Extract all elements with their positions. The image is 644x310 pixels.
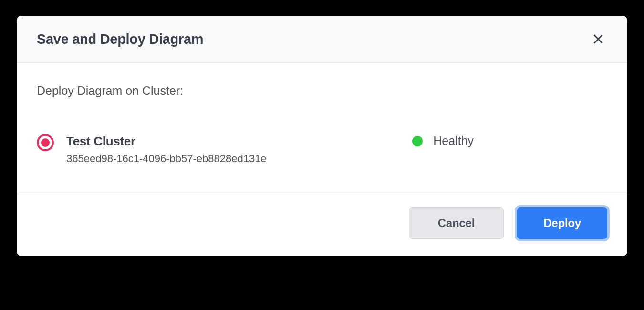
deploy-prompt: Deploy Diagram on Cluster: xyxy=(37,84,607,98)
deploy-button[interactable]: Deploy xyxy=(517,207,607,239)
close-icon xyxy=(592,33,604,45)
cancel-button[interactable]: Cancel xyxy=(409,207,504,239)
modal-footer: Cancel Deploy xyxy=(17,194,627,256)
modal-header: Save and Deploy Diagram xyxy=(17,16,627,63)
save-deploy-modal: Save and Deploy Diagram Deploy Diagram o… xyxy=(17,16,627,256)
radio-selected-icon xyxy=(37,134,54,151)
status-dot-icon xyxy=(412,136,423,146)
cluster-status: Healthy xyxy=(412,134,474,148)
status-label: Healthy xyxy=(433,134,474,148)
cluster-radio[interactable] xyxy=(37,134,54,151)
cluster-name: Test Cluster xyxy=(66,134,400,149)
modal-body: Deploy Diagram on Cluster: Test Cluster … xyxy=(17,63,627,194)
close-button[interactable] xyxy=(589,30,607,48)
cluster-option-row[interactable]: Test Cluster 365eed98-16c1-4096-bb57-eb8… xyxy=(37,134,607,165)
modal-title: Save and Deploy Diagram xyxy=(37,31,203,47)
cluster-info: Test Cluster 365eed98-16c1-4096-bb57-eb8… xyxy=(66,134,400,165)
cluster-id: 365eed98-16c1-4096-bb57-eb8828ed131e xyxy=(66,153,400,165)
